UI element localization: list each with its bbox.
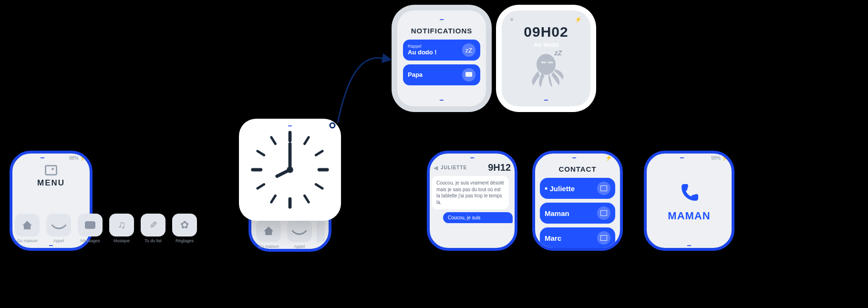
message-icon [462, 68, 475, 82]
message-incoming[interactable]: Coucou, je suis vraiment désolé mais je … [432, 176, 509, 209]
home-icon [264, 226, 273, 235]
dock-item-todo[interactable]: To do list [139, 214, 167, 243]
watch-sleep: ⚡ 09H02 Au dodo zZ – [496, 5, 596, 112]
phone-icon [53, 220, 64, 231]
svg-line-5 [316, 151, 322, 155]
dock-item-home[interactable]: Go maison [255, 219, 282, 249]
watch-contacts: –⚡ CONTACT • Juliette Maman Marc [532, 151, 623, 251]
svg-line-9 [258, 185, 264, 189]
menu-title: MENU [37, 178, 65, 188]
music-icon: ♫ [118, 219, 126, 231]
gear-icon [180, 219, 189, 231]
status-bar: – 98%⚡ [12, 154, 90, 162]
svg-point-17 [537, 54, 556, 75]
status-dot [650, 156, 652, 159]
dock-item-messages[interactable]: Messages [76, 214, 104, 243]
chat-contact-name: JULIETTE [441, 165, 467, 170]
svg-rect-20 [600, 185, 607, 191]
bolt-icon: ⚡ [80, 154, 87, 161]
notifications-title: NOTIFICATIONS [403, 27, 480, 35]
home-indicator[interactable]: – [647, 241, 732, 248]
zz-icon: zZ [554, 49, 562, 57]
analog-clock [249, 129, 331, 210]
svg-line-6 [316, 185, 322, 189]
sleep-icon: zZ [462, 43, 475, 57]
contact-row[interactable]: Marc [540, 227, 615, 248]
contact-row[interactable]: • Juliette [540, 178, 615, 199]
home-icon [22, 221, 32, 229]
back-chevron-icon[interactable]: ◀ [434, 164, 438, 171]
sleep-subtitle: Au dodo [507, 41, 585, 48]
watch-chat: – ◀ JULIETTE 9H12 Coucou, je suis vraime… [427, 151, 517, 251]
battery-level: 98% [69, 155, 79, 161]
phone-icon [294, 226, 305, 236]
home-indicator[interactable]: – [507, 96, 585, 103]
todo-icon [149, 219, 157, 231]
dock-item-cut [317, 219, 325, 249]
notch-indicator: – [41, 154, 44, 162]
battery-level: 98% [711, 155, 721, 161]
watch-notifications: – NOTIFICATIONS Rappel Au dodo ! zZ Papa… [392, 5, 492, 112]
phone-icon[interactable] [677, 181, 701, 205]
bolt-icon: ⚡ [722, 154, 729, 161]
svg-line-10 [258, 151, 264, 155]
notification-item[interactable]: Rappel Au dodo ! zZ [403, 40, 480, 61]
sleep-time: 09H02 [507, 24, 585, 40]
dock-item-settings[interactable]: Réglages [171, 214, 198, 243]
svg-line-7 [305, 195, 309, 202]
dock-item-call[interactable]: Appel [45, 214, 72, 243]
picture-icon [597, 206, 610, 220]
message-icon [85, 221, 95, 229]
chat-time: 9H12 [488, 162, 511, 173]
message-outgoing[interactable]: Coucou, je suis [443, 212, 513, 223]
svg-line-4 [305, 137, 309, 144]
svg-rect-16 [465, 72, 472, 77]
dock-item-call[interactable]: Appel [286, 219, 313, 249]
svg-line-8 [271, 195, 276, 202]
home-indicator[interactable]: – [403, 96, 480, 103]
contact-row[interactable]: Maman [540, 203, 615, 224]
notification-item[interactable]: Papa [403, 64, 480, 85]
link-anchor-icon [329, 122, 336, 129]
svg-line-14 [277, 170, 290, 176]
app-dock: Go maison Appel Messages ♫ Musique To do… [10, 214, 198, 243]
bolt-icon: ⚡ [605, 154, 612, 161]
dock-item-home[interactable]: Go maison [13, 214, 41, 243]
svg-rect-21 [600, 210, 607, 216]
picture-icon [45, 165, 57, 175]
status-dot [510, 18, 513, 21]
svg-point-15 [330, 123, 335, 128]
bolt-icon: ⚡ [575, 16, 582, 23]
clock-overlay-card[interactable]: – [239, 119, 341, 221]
call-contact-name: MAMAN [668, 210, 710, 222]
octopus-illustration: zZ [507, 51, 585, 89]
dock-item-music[interactable]: ♫ Musique [108, 214, 135, 243]
svg-line-11 [271, 137, 276, 144]
picture-icon [597, 182, 610, 195]
notch-indicator: – [288, 122, 292, 130]
watch-call: – 98%⚡ MAMAN – [644, 151, 734, 251]
svg-rect-22 [600, 235, 607, 241]
contacts-title: CONTACT [540, 165, 615, 173]
picture-icon [597, 231, 610, 245]
